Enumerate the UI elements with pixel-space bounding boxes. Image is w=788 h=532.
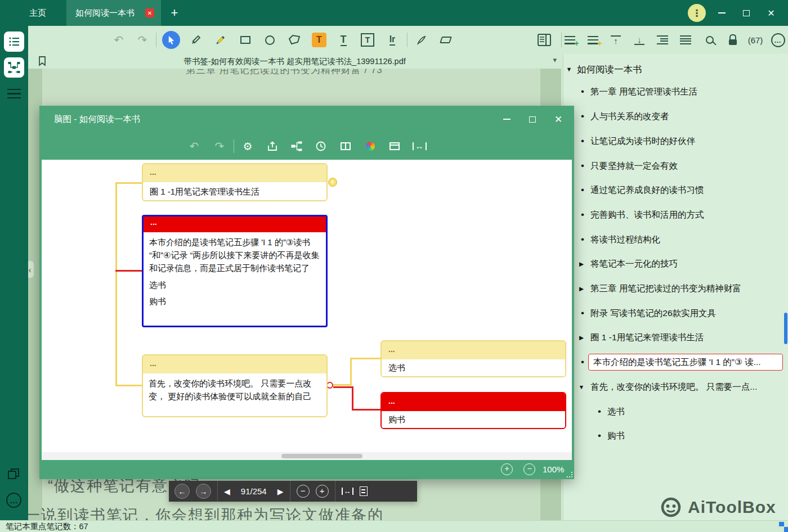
mm-undo-button[interactable]: ↶ <box>184 136 204 156</box>
sidebar-mindmap-button[interactable] <box>4 57 24 78</box>
text-highlight-tool-button[interactable]: T <box>309 30 329 50</box>
fit-width-button[interactable]: ↔ <box>342 488 353 495</box>
redo-icon: ↷ <box>215 139 225 153</box>
mindmap-hscrollbar[interactable] <box>42 452 572 460</box>
redo-button[interactable]: ↷ <box>132 30 153 50</box>
lasso-tool-button[interactable] <box>284 30 305 50</box>
scrollbar-thumb[interactable] <box>281 454 362 458</box>
tab-close-icon[interactable]: ✕ <box>145 8 154 17</box>
theme-icon <box>389 142 400 150</box>
history-back-button[interactable]: ← <box>174 484 190 499</box>
mindmap-node-selected[interactable]: ... 本市介绍的是读书笔记五步骤 'I 1 的”③读书“和”④记录 “两步所以… <box>142 215 328 327</box>
zoom-in-button[interactable]: + <box>316 485 329 498</box>
mindmap-node[interactable]: ... 圈 1 -1用笔记来管理读书生活 <box>142 163 328 201</box>
outline-item[interactable]: •第一章 用笔记管理读书生活 <box>563 83 788 100</box>
assistant-button[interactable]: ⋮ <box>688 4 706 22</box>
outline-item[interactable]: •让笔记成为读书时的好伙伴 <box>563 133 788 150</box>
outline-item[interactable]: •购书 <box>563 427 788 444</box>
pdf-titlebar[interactable]: 带书签-如何有效阅读一本书 超实用笔记读书法_13991126.pdf ▾ <box>28 54 561 69</box>
mindmap-maximize-button[interactable] <box>521 106 544 133</box>
chevron-down-icon[interactable]: ▼ <box>565 66 574 73</box>
ink-pen-tool-button[interactable] <box>411 30 431 50</box>
next-page-button[interactable]: ▶ <box>277 487 284 496</box>
mm-color-button[interactable] <box>360 136 380 156</box>
chevron-right-icon[interactable]: ▶ <box>577 260 586 267</box>
add-note-button[interactable]: + <box>559 30 580 50</box>
mm-history-button[interactable] <box>311 136 331 156</box>
chevron-right-icon[interactable]: ▶ <box>577 285 586 292</box>
mm-fit-button[interactable]: ↔ <box>409 136 429 156</box>
outline-item-selected[interactable]: •本市介绍的是读书笔记五步骤 'I 1 的”③ 读... <box>563 354 788 371</box>
sidebar-list-button[interactable] <box>7 89 21 98</box>
highlighter-tool-button[interactable] <box>211 30 231 50</box>
add-highlight-note-button[interactable]: + <box>583 30 603 50</box>
outline-item[interactable]: ▶第三章 用笔记把读过的书变为精神财富 <box>563 280 788 297</box>
outline-item[interactable]: ▼首先，改变你的读书环境吧。 只需要一点... <box>563 378 788 395</box>
mm-zoom-in-button[interactable]: + <box>501 463 513 475</box>
expand-all-button[interactable] <box>652 30 673 50</box>
chevron-down-icon[interactable]: ▼ <box>577 384 586 390</box>
mindmap-titlebar[interactable]: 脑图 - 如何阅读一本书 ✕ <box>39 106 574 133</box>
text-insert-icon: Ir <box>389 34 396 46</box>
chevron-right-icon[interactable]: ▶ <box>577 334 586 341</box>
tab-document[interactable]: 如何阅读一本书 ✕ <box>66 0 161 26</box>
text-insert-tool-button[interactable]: Ir <box>382 30 402 50</box>
mm-structure-button[interactable] <box>286 136 307 156</box>
minimize-button[interactable] <box>710 0 733 26</box>
outline-item[interactable]: •只要坚持就一定会有效 <box>563 157 788 174</box>
outline-item[interactable]: ▶将笔记本一元化的技巧 <box>563 255 788 272</box>
tab-home[interactable]: 主页 <box>20 0 55 26</box>
mindmap-node[interactable]: ... 选书 <box>380 340 566 377</box>
select-tool-button[interactable] <box>162 31 180 49</box>
close-button[interactable]: ✕ <box>760 0 782 26</box>
outline-item[interactable]: •人与书关系的改变者 <box>563 108 788 125</box>
zoom-out-button[interactable]: − <box>297 485 310 498</box>
maximize-button[interactable] <box>735 0 758 26</box>
mindmap-node[interactable]: ... 购书 <box>380 392 566 429</box>
mindmap-node[interactable]: ... 首先，改变你的读书环境吧。 只需要一点改变， 更好的读书体验便可以成就全… <box>142 354 328 417</box>
undo-button[interactable]: ↶ <box>109 30 129 50</box>
outline-root[interactable]: ▼ 如何阅读一本书 <box>563 61 788 78</box>
mm-settings-button[interactable]: ⚙ <box>238 136 258 156</box>
prev-page-button[interactable]: ◀ <box>224 487 230 496</box>
search-notes-button[interactable] <box>700 30 720 50</box>
text-underline-tool-button[interactable]: T <box>333 30 353 50</box>
pen-tool-button[interactable] <box>186 30 206 50</box>
collapse-all-button[interactable] <box>675 30 696 50</box>
sidebar-more-button[interactable]: … <box>6 493 21 508</box>
outline-item[interactable]: •附录 写读书笔记的26款实用文具 <box>563 305 788 322</box>
left-sidebar: … <box>0 26 28 520</box>
mm-zoom-out-button[interactable]: − <box>523 463 535 475</box>
import-notes-button[interactable]: ↓ <box>629 30 650 50</box>
outline-item[interactable]: •通过笔记养成良好的读书习惯 <box>563 182 788 199</box>
panel-more-button[interactable]: … <box>768 30 788 50</box>
mm-redo-button[interactable]: ↷ <box>209 136 230 156</box>
mindmap-close-button[interactable]: ✕ <box>547 106 570 133</box>
export-notes-button[interactable]: ↑ <box>606 30 626 50</box>
history-forward-button[interactable]: → <box>196 484 211 499</box>
panel-scrollbar-thumb[interactable] <box>784 313 787 344</box>
resize-grip[interactable] <box>567 472 572 477</box>
page-indicator[interactable]: 91/254 <box>236 486 271 496</box>
outline-item[interactable]: •选书 <box>563 403 788 420</box>
sidebar-copy-button[interactable] <box>7 468 21 483</box>
outline-item[interactable]: •将读书过程结构化 <box>563 231 788 248</box>
mm-theme-button[interactable] <box>384 136 405 156</box>
text-box-tool-button[interactable]: T <box>357 30 378 50</box>
mm-layout-button[interactable] <box>335 136 356 156</box>
ellipse-tool-button[interactable] <box>259 30 280 50</box>
reading-panel-button[interactable] <box>534 30 554 50</box>
eraser-tool-button[interactable] <box>436 30 456 50</box>
rectangle-tool-button[interactable] <box>235 30 256 50</box>
node-body: 首先，改变你的读书环境吧。 只需要一点改变， 更好的读书体验便可以成就全新的自己 <box>143 373 326 403</box>
add-child-button[interactable]: + <box>328 178 337 187</box>
sidebar-outline-button[interactable] <box>4 31 24 52</box>
mindmap-canvas[interactable]: + ... 圈 1 -1用笔记来管理读书生活 ... 本市介绍的是读书笔记五步骤… <box>42 160 572 452</box>
fit-page-button[interactable] <box>360 486 368 496</box>
title-dropdown-icon[interactable]: ▾ <box>553 56 557 64</box>
mindmap-minimize-button[interactable] <box>495 106 518 133</box>
outline-item[interactable]: •完善购书、读书和活用的方式 <box>563 206 788 223</box>
mm-export-button[interactable] <box>262 136 283 156</box>
new-tab-button[interactable]: + <box>165 0 183 26</box>
outline-item[interactable]: ▶圈 1 -1用笔记来管理读书生活 <box>563 329 788 346</box>
